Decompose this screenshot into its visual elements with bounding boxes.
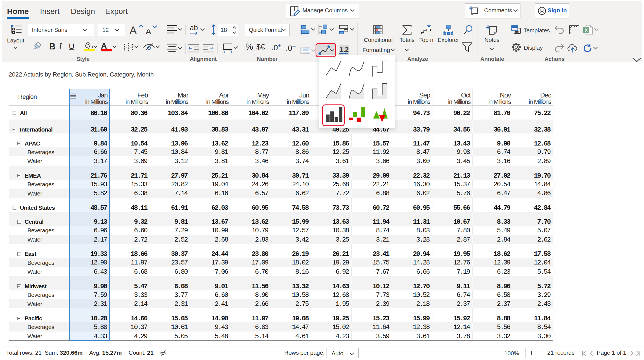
svg-text:X: X: [585, 28, 588, 33]
